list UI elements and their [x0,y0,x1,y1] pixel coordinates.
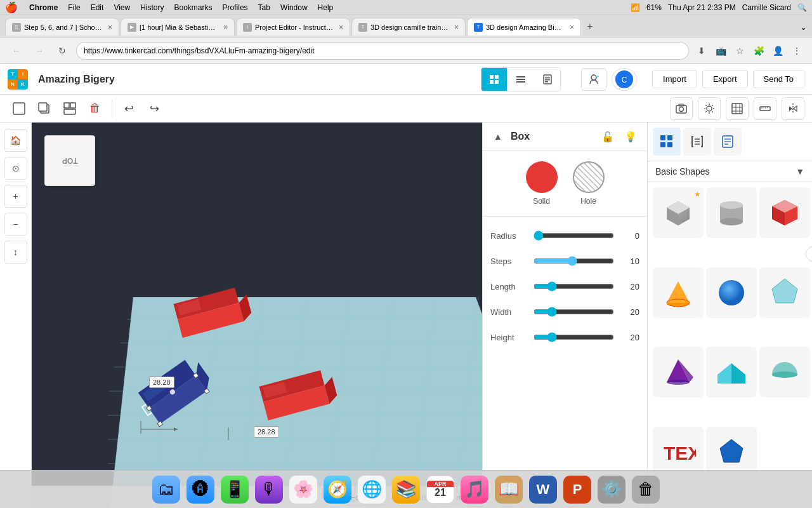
dock-photos[interactable]: 🌸 [288,474,318,505]
forward-button[interactable]: → [30,42,48,60]
shape-item-cylinder[interactable] [706,187,757,238]
dock-word[interactable]: W [528,474,558,505]
menu-window[interactable]: Window [275,3,313,12]
dock-chrome[interactable]: 🌐 [357,474,387,505]
fit-view-button[interactable]: ⊙ [4,157,27,180]
shapes-tab-grid[interactable] [653,128,681,156]
menu-profiles[interactable]: Profiles [218,3,253,12]
canvas-area[interactable]: TOP 28.28 28.28 Edit Grid Snap Grid 1.0 … [32,123,482,508]
extensions-button[interactable]: 🧩 [751,43,766,58]
undo-button[interactable]: ↩ [117,97,140,120]
duplicate-button[interactable] [33,97,56,120]
shapes-tab-notes[interactable] [714,128,742,156]
svg-rect-19 [70,103,75,108]
tab-close-button[interactable]: × [108,23,112,32]
dock-settings[interactable]: ⚙️ [596,474,627,505]
shapes-category-arrow[interactable]: ▼ [796,166,804,177]
menu-file[interactable]: File [63,3,85,12]
group-button[interactable] [58,97,81,120]
dock-finder[interactable]: 🗂 [151,474,181,505]
dock-books[interactable]: 📚 [391,474,421,505]
bookmark-button[interactable]: ☆ [732,43,747,58]
dock-siri[interactable]: 🎙 [254,474,284,505]
document-view-button[interactable] [535,68,560,91]
send-to-button[interactable]: Send To [753,70,804,88]
menu-history[interactable]: History [135,3,169,12]
profile-button[interactable]: 👤 [770,43,785,58]
add-user-button[interactable]: + [581,68,606,91]
camera-button[interactable] [670,97,693,120]
browser-tab-tab3[interactable]: IProject Editor - Instructab...× [236,18,350,36]
zoom-in-button[interactable]: + [4,185,27,208]
browser-tab-tab2[interactable]: ▶[1 hour] Mia & Sebastia...× [121,18,235,36]
url-input[interactable] [76,42,689,60]
shape-item-roof[interactable] [706,347,757,398]
shape-item-pyramid[interactable] [653,347,704,398]
menu-view[interactable]: View [108,3,135,12]
avatar-button[interactable]: C [612,68,637,91]
new-shape-button[interactable] [8,97,30,120]
menu-help[interactable]: Help [313,3,339,12]
dock-facetime[interactable]: 📱 [219,474,250,505]
menu-tab[interactable]: Tab [253,3,275,12]
apple-menu[interactable]: 🍎 [5,1,18,13]
dock-calendar[interactable]: APR 21 [425,474,455,505]
dock-powerpoint[interactable]: P [562,474,593,505]
width-slider[interactable] [534,307,614,317]
shapes-tab-bracket[interactable] [683,128,711,156]
top-view-cube[interactable]: TOP [44,135,95,186]
list-view-button[interactable] [508,68,534,91]
shape-item-crystal[interactable] [759,267,810,318]
steps-slider[interactable] [534,256,614,266]
export-button[interactable]: Export [702,70,748,88]
shape-item-half-sphere[interactable] [759,347,810,398]
tab-close-button[interactable]: × [223,23,228,32]
ruler-button[interactable] [754,97,776,120]
home-view-button[interactable]: 🏠 [4,129,27,152]
grid-view-button[interactable] [481,68,507,91]
svg-rect-38 [760,107,770,110]
length-slider[interactable] [534,281,614,291]
zoom-to-fit-button[interactable]: ↕ [4,241,27,264]
dock-notes[interactable]: 📖 [494,474,524,505]
menu-chrome[interactable]: Chrome [24,3,63,12]
shape-item-box[interactable] [759,187,810,238]
prop-help-button[interactable]: 💡 [622,128,639,145]
shape-item-cone[interactable] [653,267,704,318]
hole-option[interactable]: Hole [573,161,605,206]
browser-tab-tab5[interactable]: T3D design Amazing Bigery...× [467,18,581,36]
dock-appstore[interactable]: 🅐 [185,474,216,505]
import-button[interactable]: Import [652,70,697,88]
shape-item-rounded-box[interactable]: ★ [653,187,704,238]
back-button[interactable]: ← [8,42,25,60]
tab-close-button[interactable]: × [454,23,459,32]
new-tab-button[interactable]: + [582,19,598,34]
cast-button[interactable]: 📺 [713,43,728,58]
light-button[interactable] [698,97,721,120]
browser-tab-tab1[interactable]: SStep 5, 6, and 7 | Schoolo...× [5,18,119,36]
grid-toggle-button[interactable] [726,97,749,120]
dock-music[interactable]: 🎵 [459,474,490,505]
prop-collapse-button[interactable]: ▲ [490,129,506,144]
menu-button[interactable]: ⋮ [789,43,804,58]
dock-safari[interactable]: 🧭 [322,474,353,505]
menu-edit[interactable]: Edit [86,3,109,12]
shape-item-sphere[interactable] [706,267,757,318]
tab-close-button[interactable]: × [339,23,343,32]
redo-button[interactable]: ↪ [143,97,166,120]
tab-close-button[interactable]: × [570,23,574,32]
menu-bookmarks[interactable]: Bookmarks [169,3,218,12]
dock-trash[interactable]: 🗑 [631,474,661,505]
height-slider[interactable] [534,332,614,342]
tab-search-button[interactable]: ⌄ [800,22,807,32]
mirror-button[interactable] [782,97,804,120]
prop-lock-button[interactable]: 🔓 [599,128,617,145]
browser-tab-tab4[interactable]: T3D design camille train | T...× [351,18,466,36]
delete-button[interactable]: 🗑 [84,97,107,120]
reload-button[interactable]: ↻ [53,42,71,60]
download-button[interactable]: ⬇ [694,43,709,58]
zoom-out-button[interactable]: − [4,213,27,236]
radius-slider[interactable] [534,231,614,241]
search-icon[interactable]: 🔍 [797,3,807,12]
solid-option[interactable]: Solid [526,161,558,206]
